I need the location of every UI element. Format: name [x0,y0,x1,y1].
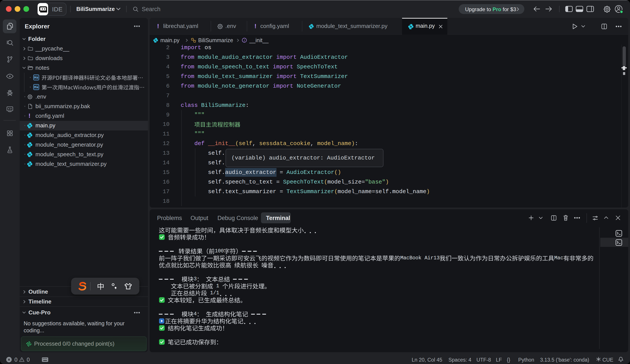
svg-text:f: f [244,39,245,42]
